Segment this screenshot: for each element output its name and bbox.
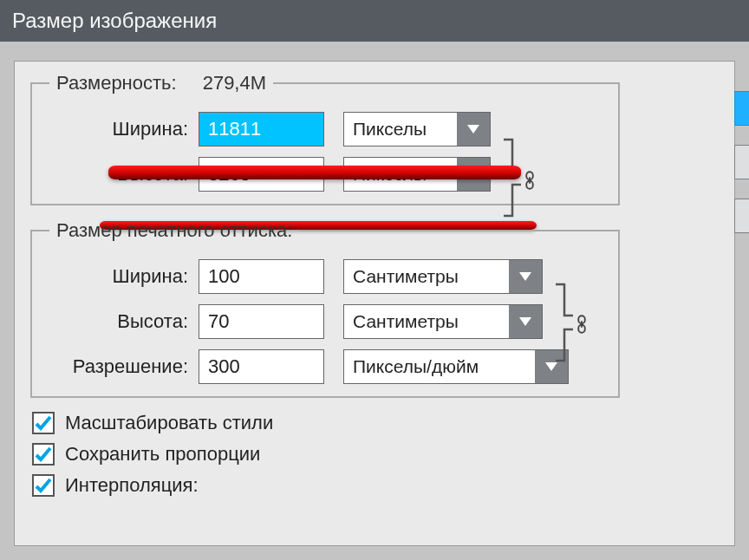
pixel-dimensions-group: Размерность: 279,4M Ширина: Пикселы Высо…	[30, 72, 620, 205]
height-unit-text: Пикселы	[344, 158, 457, 191]
scale-styles-checkbox[interactable]	[32, 412, 55, 434]
svg-marker-6	[519, 317, 531, 326]
svg-marker-0	[467, 125, 479, 133]
dropdown-icon	[457, 158, 490, 191]
height-label: Высота:	[42, 163, 199, 186]
doc-height-label: Высота:	[42, 310, 199, 333]
doc-width-input[interactable]	[199, 259, 324, 294]
resolution-unit-text: Пикселы/дюйм	[344, 350, 535, 383]
dropdown-icon	[509, 305, 542, 338]
ok-button[interactable]	[734, 91, 749, 126]
dropdown-icon	[509, 260, 542, 293]
document-size-legend: Размер печатного оттиска:	[49, 219, 299, 242]
dim-legend-label: Размерность:	[56, 72, 177, 94]
dialog-title: Размер изображения	[0, 0, 749, 42]
svg-marker-5	[519, 272, 531, 281]
scale-styles-label: Масштабировать стили	[65, 412, 273, 434]
auto-button[interactable]	[734, 199, 749, 233]
pixel-dimensions-legend: Размерность: 279,4M	[49, 72, 273, 94]
doc-width-label: Ширина:	[42, 265, 199, 288]
interpolation-label: Интерполяция:	[65, 474, 199, 497]
cancel-button[interactable]: С	[734, 145, 749, 179]
constrain-link-button[interactable]	[571, 311, 592, 337]
resolution-label: Разрешение:	[42, 355, 199, 378]
interpolation-checkbox[interactable]	[32, 474, 55, 497]
height-unit-select[interactable]: Пикселы	[343, 157, 491, 192]
height-input[interactable]	[199, 157, 324, 192]
width-unit-select[interactable]: Пикселы	[343, 112, 491, 147]
svg-marker-1	[467, 170, 479, 179]
constrain-proportions-checkbox[interactable]	[32, 443, 55, 466]
document-size-group: Размер печатного оттиска: Ширина: Сантим…	[30, 219, 620, 398]
dropdown-icon	[457, 113, 490, 146]
doc-height-unit-text: Сантиметры	[344, 305, 509, 338]
doc-height-input[interactable]	[199, 304, 324, 339]
dropdown-icon	[535, 350, 568, 383]
width-label: Ширина:	[42, 118, 199, 140]
constrain-proportions-label: Сохранить пропорции	[65, 443, 260, 466]
doc-height-unit-select[interactable]: Сантиметры	[343, 304, 543, 339]
svg-marker-7	[545, 362, 557, 371]
doc-width-unit-select[interactable]: Сантиметры	[343, 259, 543, 294]
side-buttons: С	[734, 91, 749, 233]
width-unit-text: Пикселы	[344, 113, 457, 146]
doc-width-unit-text: Сантиметры	[344, 260, 509, 293]
dim-size-summary: 279,4M	[203, 72, 266, 94]
dialog-body: С Размерность: 279,4M Ширина: Пикселы	[14, 61, 735, 546]
resolution-input[interactable]	[199, 349, 324, 384]
width-input[interactable]	[199, 112, 324, 147]
options-checkboxes: Масштабировать стили Сохранить пропорции…	[30, 412, 734, 497]
resolution-unit-select[interactable]: Пикселы/дюйм	[343, 349, 569, 384]
constrain-link-button[interactable]	[519, 167, 540, 193]
